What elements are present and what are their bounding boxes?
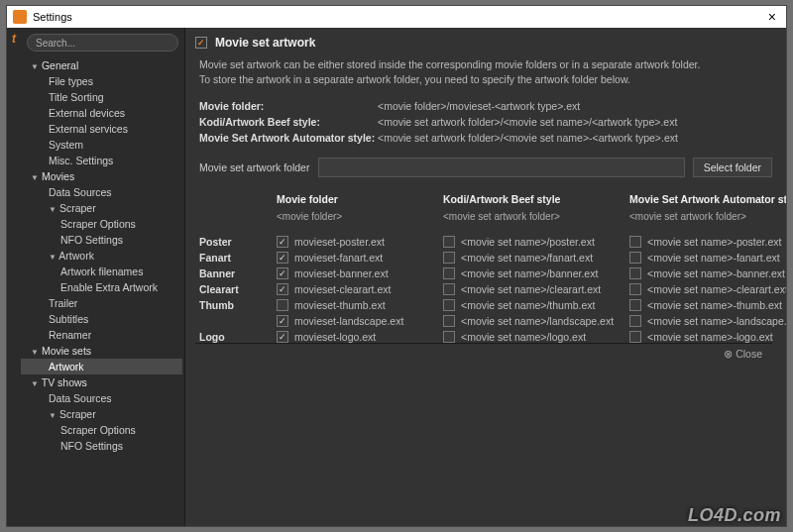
path-row: Movie Set Artwork Automator style:<movie… <box>195 132 772 144</box>
Banner-c2-checkbox[interactable] <box>443 267 455 279</box>
sidebar-item-nfo-settings[interactable]: NFO Settings <box>21 438 182 454</box>
sidebar-item-file-types[interactable]: File types <box>21 73 182 89</box>
Clearart-c1-checkbox[interactable] <box>277 283 288 295</box>
thumb-c3b-checkbox[interactable] <box>629 315 641 327</box>
row-thumb: Thumb <box>199 299 269 311</box>
select-folder-button[interactable]: Select folder <box>693 158 772 177</box>
dialog-footer: ⊗ Close <box>195 343 772 364</box>
col-sub: <movie folder> <box>277 211 435 232</box>
Logo-c3-checkbox[interactable] <box>629 331 641 343</box>
artwork-folder-row: Movie set artwork folder Select folder <box>199 158 772 177</box>
section-checkbox[interactable]: ✓ <box>195 37 207 49</box>
cell[interactable]: movieset-fanart.ext <box>277 252 435 264</box>
sidebar-item-title-sorting[interactable]: Title Sorting <box>21 89 182 105</box>
close-icon[interactable]: × <box>764 9 780 25</box>
artwork-grid: Movie folderKodi/Artwork Beef styleMovie… <box>195 193 772 343</box>
sidebar-item-scraper[interactable]: ▼ Scraper <box>21 406 182 422</box>
cell[interactable]: <movie set name>-thumb.ext <box>629 299 786 311</box>
settings-content: ✓ Movie set artwork Movie set artwork ca… <box>185 28 786 526</box>
cell[interactable]: movieset-poster.ext <box>277 236 435 248</box>
sidebar-item-scraper-options[interactable]: Scraper Options <box>21 422 182 438</box>
blank <box>199 211 269 232</box>
Poster-c1-checkbox[interactable] <box>277 236 288 248</box>
sidebar-item-movies[interactable]: ▼ Movies <box>21 168 182 184</box>
sidebar-item-external-services[interactable]: External services <box>21 121 182 137</box>
Logo-c1-checkbox[interactable] <box>277 331 288 343</box>
blank <box>199 193 269 207</box>
sidebar-item-system[interactable]: System <box>21 137 182 153</box>
sidebar-item-external-devices[interactable]: External devices <box>21 105 182 121</box>
Poster-c2-checkbox[interactable] <box>443 236 455 248</box>
section-title-text: Movie set artwork <box>215 36 315 50</box>
folder-path-input[interactable] <box>318 158 685 177</box>
Logo-c2-checkbox[interactable] <box>443 331 455 343</box>
path-row: Kodi/Artwork Beef style:<movie set artwo… <box>195 116 772 128</box>
thumb-c1b-checkbox[interactable] <box>277 315 288 327</box>
sidebar-item-nfo-settings[interactable]: NFO Settings <box>21 232 182 248</box>
cell[interactable]: <movie set name>/banner.ext <box>443 267 622 279</box>
row-logo: Logo <box>199 331 269 343</box>
search-input[interactable]: Search... <box>27 34 178 52</box>
thumb-c2b-checkbox[interactable] <box>443 315 455 327</box>
row-poster: Poster <box>199 236 269 248</box>
cell[interactable]: <movie set name>/thumb.ext <box>443 299 622 311</box>
cell[interactable]: <movie set name>-landscape.ext <box>629 315 786 327</box>
cell[interactable]: <movie set name>-fanart.ext <box>629 252 786 264</box>
Fanart-c3-checkbox[interactable] <box>629 252 641 264</box>
titlebar: Settings × <box>7 6 786 28</box>
sidebar-item-trailer[interactable]: Trailer <box>21 295 182 311</box>
Banner-c1-checkbox[interactable] <box>277 267 288 279</box>
cell[interactable]: <movie set name>/logo.ext <box>443 331 622 343</box>
settings-sidebar: Search... ▼ GeneralFile typesTitle Sorti… <box>21 28 185 526</box>
path-row: Movie folder:<movie folder>/movieset-<ar… <box>195 100 772 112</box>
watermark: LO4D.com <box>688 505 781 526</box>
cell[interactable]: <movie set name>/landscape.ext <box>443 315 622 327</box>
row-banner: Banner <box>199 267 269 279</box>
Poster-c3-checkbox[interactable] <box>629 236 641 248</box>
close-button[interactable]: ⊗ Close <box>724 348 762 360</box>
cell[interactable]: movieset-clearart.ext <box>277 283 435 295</box>
thumb-c1a-checkbox[interactable] <box>277 299 288 311</box>
sidebar-item-subtitles[interactable]: Subtitles <box>21 311 182 327</box>
cell[interactable]: movieset-banner.ext <box>277 267 435 279</box>
sidebar-item-renamer[interactable]: Renamer <box>21 327 182 343</box>
Clearart-c2-checkbox[interactable] <box>443 283 455 295</box>
section-title: ✓ Movie set artwork <box>195 36 772 50</box>
sidebar-item-misc-settings[interactable]: Misc. Settings <box>21 153 182 168</box>
thumb-c3a-checkbox[interactable] <box>629 299 641 311</box>
sidebar-item-scraper[interactable]: ▼ Scraper <box>21 200 182 216</box>
cell[interactable]: <movie set name>-clearart.ext <box>629 283 786 295</box>
cell[interactable]: movieset-landscape.ext <box>277 315 435 327</box>
row-clearart: Clearart <box>199 283 269 295</box>
thumb-c2a-checkbox[interactable] <box>443 299 455 311</box>
cell[interactable]: <movie set name>/clearart.ext <box>443 283 622 295</box>
settings-window: Settings × t Search... ▼ GeneralFile typ… <box>6 5 787 527</box>
blank <box>199 315 269 327</box>
cell[interactable]: <movie set name>-banner.ext <box>629 267 786 279</box>
sidebar-item-enable-extra-artwork[interactable]: Enable Extra Artwork <box>21 279 182 295</box>
Clearart-c3-checkbox[interactable] <box>629 283 641 295</box>
Fanart-c2-checkbox[interactable] <box>443 252 455 264</box>
sidebar-item-movie-sets[interactable]: ▼ Movie sets <box>21 343 182 359</box>
cell[interactable]: <movie set name>-poster.ext <box>629 236 786 248</box>
sidebar-item-tv-shows[interactable]: ▼ TV shows <box>21 374 182 390</box>
sidebar-item-scraper-options[interactable]: Scraper Options <box>21 216 182 232</box>
settings-tree[interactable]: ▼ GeneralFile typesTitle SortingExternal… <box>21 57 184 526</box>
Fanart-c1-checkbox[interactable] <box>277 252 288 264</box>
cell[interactable]: <movie set name>/poster.ext <box>443 236 622 248</box>
sidebar-item-artwork[interactable]: Artwork <box>21 359 182 374</box>
col-header-automator-style: Movie Set Artwork Automator style <box>629 193 786 207</box>
col-sub: <movie set artwork folder> <box>629 211 786 232</box>
sidebar-item-artwork-filenames[interactable]: Artwork filenames <box>21 264 182 279</box>
col-sub: <movie set artwork folder> <box>443 211 622 232</box>
sidebar-item-general[interactable]: ▼ General <box>21 57 182 73</box>
Banner-c3-checkbox[interactable] <box>629 267 641 279</box>
row-fanart: Fanart <box>199 252 269 264</box>
cell[interactable]: movieset-thumb.ext <box>277 299 435 311</box>
cell[interactable]: movieset-logo.ext <box>277 331 435 343</box>
cell[interactable]: <movie set name>-logo.ext <box>629 331 786 343</box>
sidebar-item-artwork[interactable]: ▼ Artwork <box>21 248 182 264</box>
sidebar-item-data-sources[interactable]: Data Sources <box>21 390 182 406</box>
cell[interactable]: <movie set name>/fanart.ext <box>443 252 622 264</box>
sidebar-item-data-sources[interactable]: Data Sources <box>21 184 182 200</box>
